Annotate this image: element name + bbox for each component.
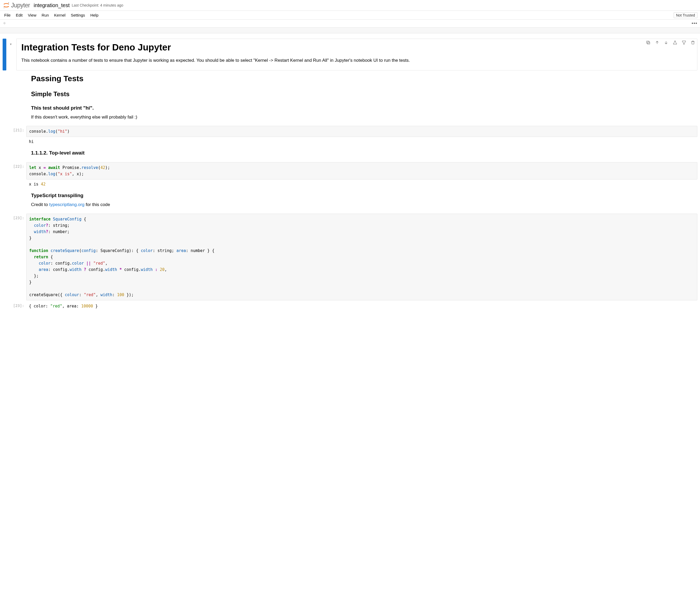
jupyter-logo-text: Jupyter bbox=[11, 2, 30, 9]
cell-code[interactable]: [21]: console.log("hi") hi bbox=[3, 126, 697, 146]
input-prompt: [23]: bbox=[13, 216, 24, 220]
bug-icon[interactable] bbox=[3, 21, 6, 26]
link-typescriptlang[interactable]: typescriptlang.org bbox=[49, 202, 84, 207]
code-input[interactable]: interface SquareConfig { color?: string;… bbox=[26, 214, 697, 301]
svg-rect-4 bbox=[673, 43, 677, 45]
svg-rect-5 bbox=[682, 41, 685, 42]
menu-file[interactable]: File bbox=[2, 11, 13, 20]
menu-bar: File Edit View Run Kernel Settings Help … bbox=[0, 11, 700, 20]
cell-code[interactable]: [22]: let x = await Promise.resolve(42);… bbox=[3, 162, 697, 189]
svg-point-0 bbox=[8, 2, 9, 3]
code-input[interactable]: console.log("hi") bbox=[26, 126, 697, 137]
paragraph: If this doesn't work, everything else wi… bbox=[31, 113, 693, 121]
insert-cell-below-icon[interactable] bbox=[682, 40, 686, 46]
trust-badge[interactable]: Not Trusted bbox=[674, 12, 697, 18]
cell-code[interactable]: [23]: interface SquareConfig { color?: s… bbox=[3, 214, 697, 301]
input-prompt: [21]: bbox=[13, 128, 24, 132]
jupyter-logo-icon bbox=[3, 2, 10, 9]
duplicate-cell-icon[interactable] bbox=[646, 40, 651, 46]
top-header: Jupyter integration_test Last Checkpoint… bbox=[0, 0, 700, 11]
input-prompt: [22]: bbox=[13, 164, 24, 169]
cell-markdown[interactable]: Passing Tests bbox=[3, 73, 697, 87]
menu-settings[interactable]: Settings bbox=[68, 11, 88, 20]
code-output: { color: "red", area: 10000 } bbox=[26, 302, 697, 311]
cell-markdown-title[interactable]: ▾ bbox=[3, 38, 697, 71]
jupyter-logo[interactable]: Jupyter bbox=[3, 2, 30, 9]
cell-output-row: [23]: { color: "red", area: 10000 } bbox=[3, 302, 697, 311]
svg-rect-2 bbox=[647, 42, 650, 44]
output-prompt: [23]: bbox=[13, 304, 24, 308]
menu-view[interactable]: View bbox=[25, 11, 39, 20]
heading-h1: Integration Tests for Deno Jupyter bbox=[21, 42, 692, 53]
menu-items: File Edit View Run Kernel Settings Help bbox=[2, 11, 101, 20]
cell-markdown[interactable]: TypeScript transpiling Credit to typescr… bbox=[3, 191, 697, 211]
notebook-area: ▾ bbox=[0, 33, 700, 319]
code-input[interactable]: let x = await Promise.resolve(42);consol… bbox=[26, 162, 697, 180]
paragraph: Credit to typescriptlang.org for this co… bbox=[31, 201, 693, 208]
collapse-caret-icon[interactable]: ▾ bbox=[6, 38, 14, 71]
notebook-name[interactable]: integration_test bbox=[34, 2, 70, 8]
cell-toolbar bbox=[646, 40, 695, 46]
markdown-rendered[interactable]: Integration Tests for Deno Jupyter This … bbox=[16, 38, 697, 71]
checkpoint-label: Last Checkpoint: 4 minutes ago bbox=[72, 3, 123, 7]
svg-point-1 bbox=[4, 7, 4, 8]
heading-h4: This test should print "hi". bbox=[31, 105, 693, 111]
svg-rect-3 bbox=[647, 41, 649, 43]
insert-cell-above-icon[interactable] bbox=[673, 40, 677, 46]
code-output: hi bbox=[26, 137, 697, 146]
toolbar: ••• bbox=[0, 20, 700, 28]
menu-kernel[interactable]: Kernel bbox=[52, 11, 68, 20]
cell-markdown[interactable]: This test should print "hi". If this doe… bbox=[3, 104, 697, 123]
heading-h4: TypeScript transpiling bbox=[31, 192, 693, 199]
cell-selection-bar bbox=[3, 38, 6, 71]
move-cell-down-icon[interactable] bbox=[664, 40, 669, 46]
paragraph: This notebook contains a number of tests… bbox=[21, 57, 692, 64]
cell-markdown[interactable]: 1.1.1.2. Top-level await bbox=[3, 149, 697, 159]
cell-markdown[interactable]: Simple Tests bbox=[3, 89, 697, 101]
heading-h3: Simple Tests bbox=[31, 90, 693, 98]
heading-h2: Passing Tests bbox=[31, 74, 693, 83]
code-output: x is 42 bbox=[26, 180, 697, 189]
menu-run[interactable]: Run bbox=[39, 11, 52, 20]
heading-h4: 1.1.1.2. Top-level await bbox=[31, 150, 693, 156]
more-icon[interactable]: ••• bbox=[692, 21, 697, 26]
menu-edit[interactable]: Edit bbox=[13, 11, 25, 20]
delete-cell-icon[interactable] bbox=[691, 40, 695, 46]
menu-help[interactable]: Help bbox=[88, 11, 101, 20]
spacer-bar bbox=[0, 28, 700, 33]
move-cell-up-icon[interactable] bbox=[655, 40, 659, 46]
